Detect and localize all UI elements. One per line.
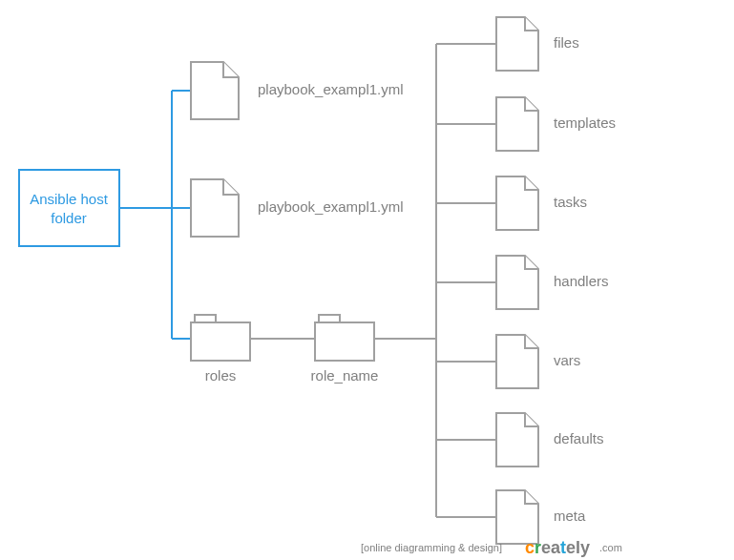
file-icon bbox=[191, 179, 239, 237]
file-node-files: files bbox=[436, 17, 579, 71]
file-node-tasks: tasks bbox=[436, 176, 587, 230]
file-icon bbox=[496, 176, 538, 230]
root-connectors bbox=[119, 91, 191, 339]
root-label-line1: Ansible host bbox=[30, 191, 109, 207]
file-label: tasks bbox=[554, 194, 587, 210]
svg-rect-2 bbox=[191, 322, 250, 361]
folder-label: role_name bbox=[311, 367, 379, 384]
folder-icon bbox=[315, 315, 374, 361]
file-label: templates bbox=[554, 114, 616, 131]
folder-node-role-name: role_name bbox=[311, 315, 379, 384]
file-icon bbox=[496, 335, 538, 388]
folder-label: roles bbox=[205, 367, 237, 384]
file-node-playbook-2: playbook_exampl1.yml bbox=[191, 179, 404, 237]
file-icon bbox=[496, 17, 538, 71]
file-icon bbox=[496, 97, 538, 151]
file-icon bbox=[191, 62, 239, 119]
file-node-defaults: defaults bbox=[436, 413, 604, 467]
diagram-canvas: Ansible host folder playbook_exampl1.yml… bbox=[0, 0, 734, 560]
file-node-meta: meta bbox=[436, 490, 586, 544]
file-node-vars: vars bbox=[436, 335, 580, 388]
file-icon bbox=[496, 256, 538, 309]
file-node-handlers: handlers bbox=[436, 256, 609, 309]
root-label-line2: folder bbox=[51, 210, 87, 226]
file-node-playbook-1: playbook_exampl1.yml bbox=[191, 62, 404, 119]
file-label: vars bbox=[554, 352, 580, 368]
folder-node-roles: roles bbox=[191, 315, 250, 384]
svg-rect-4 bbox=[315, 322, 374, 361]
file-label: playbook_exampl1.yml bbox=[258, 198, 404, 215]
file-label: meta bbox=[554, 508, 586, 524]
file-label: defaults bbox=[554, 430, 604, 446]
file-icon bbox=[496, 490, 538, 544]
file-label: files bbox=[554, 34, 579, 51]
file-label: handlers bbox=[554, 273, 609, 289]
root-node: Ansible host folder bbox=[19, 170, 119, 246]
folder-icon bbox=[191, 315, 250, 361]
footer-text: [online diagramming & design] bbox=[361, 542, 502, 553]
svg-rect-0 bbox=[19, 170, 119, 246]
footer-tail: .com bbox=[599, 542, 622, 553]
file-icon bbox=[496, 413, 538, 467]
file-label: playbook_exampl1.yml bbox=[258, 81, 404, 97]
watermark: [online diagramming & design] creately .… bbox=[361, 538, 622, 557]
file-node-templates: templates bbox=[436, 97, 616, 151]
brand-logo: creately bbox=[525, 538, 590, 557]
